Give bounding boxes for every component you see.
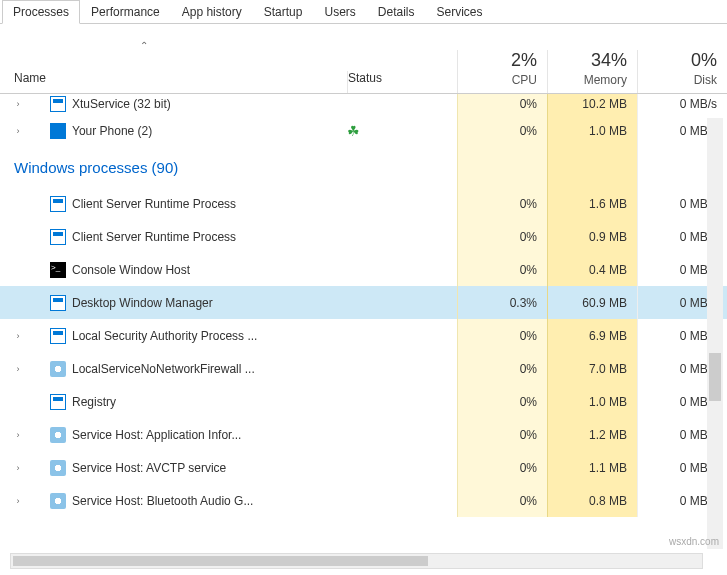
expand-toggle[interactable]: › <box>12 364 24 374</box>
app-icon <box>50 295 66 311</box>
process-row[interactable]: Console Window Host 0% 0.4 MB 0 MB/s <box>0 253 727 286</box>
app-icon <box>50 96 66 112</box>
process-row[interactable]: › Service Host: Application Infor... 0% … <box>0 418 727 451</box>
gear-icon <box>50 427 66 443</box>
process-list[interactable]: › XtuService (32 bit) 0% 10.2 MB 0 MB/s … <box>0 94 727 544</box>
memory-value: 6.9 MB <box>547 319 637 352</box>
process-row[interactable]: › XtuService (32 bit) 0% 10.2 MB 0 MB/s <box>0 94 727 114</box>
column-memory[interactable]: 34% Memory <box>547 50 637 93</box>
memory-value: 0.4 MB <box>547 253 637 286</box>
tab-details[interactable]: Details <box>367 0 426 23</box>
expand-toggle[interactable]: › <box>12 430 24 440</box>
gear-icon <box>50 493 66 509</box>
memory-value: 1.2 MB <box>547 418 637 451</box>
process-name: XtuService (32 bit) <box>72 97 171 111</box>
column-name[interactable]: Name <box>0 71 347 93</box>
tab-performance[interactable]: Performance <box>80 0 171 23</box>
console-icon <box>50 262 66 278</box>
process-row[interactable]: Client Server Runtime Process 0% 1.6 MB … <box>0 187 727 220</box>
cpu-value: 0% <box>457 253 547 286</box>
tab-startup[interactable]: Startup <box>253 0 314 23</box>
memory-value: 1.0 MB <box>547 114 637 147</box>
memory-value: 60.9 MB <box>547 286 637 319</box>
disk-value: 0 MB/s <box>637 94 727 114</box>
memory-value: 0.9 MB <box>547 220 637 253</box>
app-icon <box>50 328 66 344</box>
gear-icon <box>50 361 66 377</box>
column-status[interactable]: Status <box>347 71 457 93</box>
process-name: LocalServiceNoNetworkFirewall ... <box>72 362 255 376</box>
cpu-value: 0% <box>457 484 547 517</box>
column-disk[interactable]: 0% Disk <box>637 50 727 93</box>
cpu-value: 0% <box>457 352 547 385</box>
cpu-value: 0% <box>457 187 547 220</box>
expand-toggle[interactable]: › <box>12 99 24 109</box>
cpu-value: 0% <box>457 319 547 352</box>
process-name: Client Server Runtime Process <box>72 230 236 244</box>
expand-toggle[interactable]: › <box>12 496 24 506</box>
process-name: Service Host: Bluetooth Audio G... <box>72 494 253 508</box>
phone-icon <box>50 123 66 139</box>
process-name: Service Host: Application Infor... <box>72 428 241 442</box>
cpu-value: 0% <box>457 220 547 253</box>
leaf-icon: ☘ <box>347 123 360 139</box>
watermark: wsxdn.com <box>669 536 719 547</box>
group-header-windows-processes[interactable]: Windows processes (90) <box>0 147 727 187</box>
process-name: Desktop Window Manager <box>72 296 213 310</box>
cpu-value: 0% <box>457 385 547 418</box>
tab-bar: ProcessesPerformanceApp historyStartupUs… <box>0 0 727 24</box>
process-row[interactable]: › Service Host: Bluetooth Audio G... 0% … <box>0 484 727 517</box>
tab-services[interactable]: Services <box>426 0 494 23</box>
memory-value: 10.2 MB <box>547 94 637 114</box>
process-row[interactable]: › Local Security Authority Process ... 0… <box>0 319 727 352</box>
chevron-up-icon[interactable]: ⌃ <box>140 40 148 51</box>
expand-toggle[interactable]: › <box>12 126 24 136</box>
group-title: Windows processes (90) <box>14 159 347 176</box>
process-name: Service Host: AVCTP service <box>72 461 226 475</box>
process-name: Console Window Host <box>72 263 190 277</box>
gear-icon <box>50 460 66 476</box>
horizontal-scrollbar[interactable] <box>10 553 703 569</box>
expand-toggle[interactable]: › <box>12 331 24 341</box>
tab-processes[interactable]: Processes <box>2 0 80 24</box>
memory-value: 7.0 MB <box>547 352 637 385</box>
memory-value: 1.0 MB <box>547 385 637 418</box>
tab-app-history[interactable]: App history <box>171 0 253 23</box>
column-headers: ⌃ Name Status 2% CPU 34% Memory 0% Disk <box>0 24 727 94</box>
cpu-value: 0% <box>457 94 547 114</box>
process-row[interactable]: › Service Host: AVCTP service 0% 1.1 MB … <box>0 451 727 484</box>
column-cpu[interactable]: 2% CPU <box>457 50 547 93</box>
process-row[interactable]: › Your Phone (2) ☘ 0% 1.0 MB 0 MB/s <box>0 114 727 147</box>
process-name: Your Phone (2) <box>72 124 152 138</box>
process-name: Registry <box>72 395 116 409</box>
cpu-value: 0.3% <box>457 286 547 319</box>
app-icon <box>50 196 66 212</box>
process-row[interactable]: Client Server Runtime Process 0% 0.9 MB … <box>0 220 727 253</box>
memory-value: 1.1 MB <box>547 451 637 484</box>
process-name: Local Security Authority Process ... <box>72 329 257 343</box>
memory-value: 0.8 MB <box>547 484 637 517</box>
process-row[interactable]: › LocalServiceNoNetworkFirewall ... 0% 7… <box>0 352 727 385</box>
app-icon <box>50 394 66 410</box>
process-row[interactable]: Desktop Window Manager 0.3% 60.9 MB 0 MB… <box>0 286 727 319</box>
process-row[interactable]: Registry 0% 1.0 MB 0 MB/s <box>0 385 727 418</box>
expand-toggle[interactable]: › <box>12 463 24 473</box>
vertical-scrollbar[interactable] <box>707 118 723 549</box>
tab-users[interactable]: Users <box>313 0 366 23</box>
app-icon <box>50 229 66 245</box>
cpu-value: 0% <box>457 418 547 451</box>
process-name: Client Server Runtime Process <box>72 197 236 211</box>
cpu-value: 0% <box>457 451 547 484</box>
memory-value: 1.6 MB <box>547 187 637 220</box>
cpu-value: 0% <box>457 114 547 147</box>
